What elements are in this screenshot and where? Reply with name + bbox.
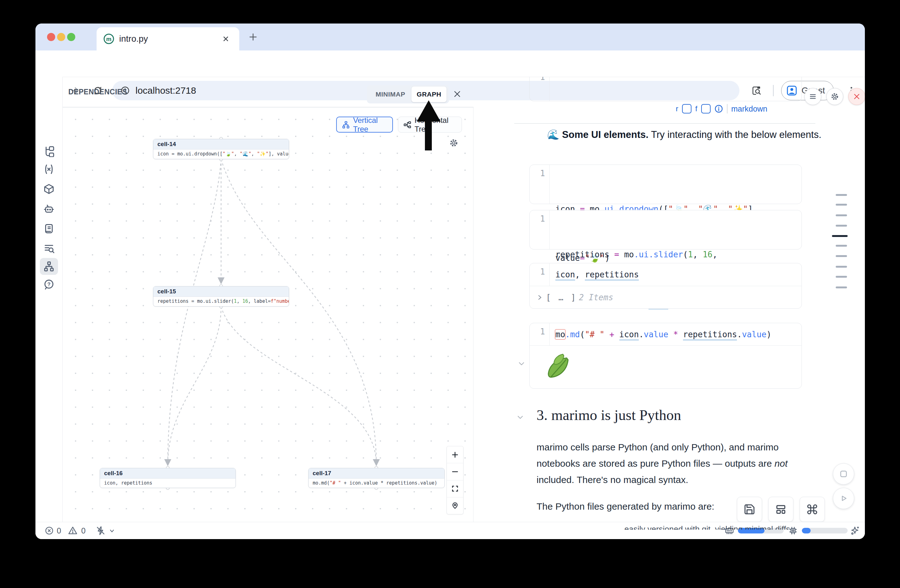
run-all-button[interactable] (833, 488, 854, 509)
leaf-emoji-output (542, 351, 572, 381)
close-icon (853, 93, 861, 100)
error-count: 0 (57, 526, 61, 535)
stop-icon (839, 469, 848, 479)
output-ellipsis: … (554, 293, 568, 302)
panel-close-icon[interactable] (453, 90, 461, 98)
minimap-dash[interactable] (836, 255, 847, 257)
graph-edges (63, 107, 473, 522)
graph-node-cell-17[interactable]: cell-17 mo.md("# " + icon.value * repeti… (308, 468, 445, 488)
vertical-tree-label: Vertical Tree (353, 116, 387, 133)
zoom-out-button[interactable] (447, 463, 463, 480)
layout-icon (775, 503, 787, 515)
md-output: 🌊 Some UI elements. Try interacting with… (547, 129, 821, 141)
search-icon[interactable] (43, 243, 54, 254)
warnings-icon[interactable] (68, 526, 78, 535)
md-cell-footer: r f markdown (529, 102, 802, 115)
new-tab-icon[interactable] (248, 32, 258, 42)
errors-icon[interactable] (45, 526, 54, 535)
fit-view-button[interactable] (447, 481, 463, 497)
center-node-button[interactable] (447, 497, 463, 514)
footer-divider (727, 104, 728, 113)
ai-assistant-icon[interactable] (43, 203, 54, 214)
layout-button[interactable] (768, 497, 793, 522)
tab-close-icon[interactable] (221, 34, 231, 44)
ai-sparkle-icon[interactable] (849, 525, 860, 536)
code-cell-slider[interactable]: 1 repetitions = mo.ui.slider(1, 16, labe… (529, 210, 802, 249)
play-icon (838, 494, 849, 503)
cell-info-icon[interactable] (714, 104, 723, 113)
node-title: cell-16 (100, 468, 236, 479)
window-close-button[interactable] (47, 33, 55, 41)
window-zoom-button[interactable] (67, 33, 75, 41)
graph-zoom-controls (447, 446, 464, 514)
code-line: repetitions = mo.ui.slider(1, 16, (556, 246, 722, 263)
reactive-toggle[interactable] (682, 104, 692, 113)
stop-kernel-button[interactable] (833, 463, 854, 484)
collapse-section-icon[interactable] (516, 413, 524, 421)
minimap-dash[interactable] (836, 245, 847, 247)
clipped-list-item: easily versioned with git, yielding mini… (624, 525, 819, 530)
packages-icon[interactable] (43, 183, 54, 195)
variables-icon[interactable] (43, 164, 54, 175)
notebook-settings-button[interactable] (826, 88, 843, 105)
graph-settings-icon[interactable] (449, 139, 458, 147)
md-source-line1: **🌊 Some UI elements.** Try interacting … (556, 99, 785, 101)
graph-node-cell-16[interactable]: cell-16 icon, repetitions (100, 468, 236, 488)
expand-output-icon[interactable] (537, 294, 543, 300)
code-cell-tuple[interactable]: 1 icon, repetitions [ … ] 2 Items (529, 263, 802, 309)
browser-tab[interactable]: m intro.py (96, 27, 239, 51)
vertical-tree-button[interactable]: Vertical Tree (336, 117, 393, 133)
minimap-dash[interactable] (836, 266, 847, 268)
minimap-dash[interactable] (836, 214, 847, 216)
minimap-dash[interactable] (836, 286, 847, 288)
browser-toolbar: localhost:2718 Guest (36, 51, 865, 77)
collapse-output-icon[interactable] (517, 359, 526, 368)
code-cell-md[interactable]: 1 mo.md("# " + icon.value * repetitions.… (529, 323, 802, 388)
svg-text:?: ? (47, 282, 51, 287)
tuple-output-row[interactable]: [ … ] 2 Items (530, 286, 802, 308)
shortcuts-button[interactable] (800, 497, 825, 522)
screenshot-stage: m intro.py (0, 0, 900, 588)
file-tree-icon[interactable] (43, 146, 54, 157)
documentation-icon[interactable] (43, 223, 54, 234)
window-minimize-button[interactable] (57, 33, 65, 41)
zoom-in-button[interactable] (447, 446, 463, 463)
line-number: 1 (530, 165, 550, 204)
node-title: cell-17 (309, 468, 444, 479)
vertical-tree-icon (342, 121, 350, 129)
graph-node-cell-14[interactable]: cell-14 icon = mo.ui.dropdown(["🍃", "🌊",… (153, 139, 289, 159)
help-icon[interactable]: ? (43, 279, 54, 290)
node-code: mo.md("# " + icon.value * repetitions.va… (309, 479, 444, 488)
autorun-disabled-icon[interactable] (96, 526, 106, 535)
cell-language-label[interactable]: markdown (731, 104, 767, 113)
menu-icon (809, 93, 817, 101)
save-button[interactable] (737, 497, 762, 522)
shutdown-button[interactable] (848, 88, 865, 105)
save-icon (743, 503, 756, 515)
node-title: cell-14 (154, 139, 289, 150)
minimap-dash-active[interactable] (832, 235, 848, 237)
annotation-arrow-pointing-at-graph-tab (413, 99, 445, 152)
minimap-dash[interactable] (836, 204, 847, 206)
format-toggle-label: f (695, 104, 697, 113)
line-number: 1 (530, 323, 550, 345)
chevron-down-icon[interactable] (109, 528, 115, 534)
svg-text:m: m (106, 36, 112, 42)
minimap-dash[interactable] (836, 276, 847, 278)
output-bracket-open: [ (546, 293, 551, 302)
node-code: icon = mo.ui.dropdown(["🍃", "🌊", "✨"], v… (154, 150, 289, 159)
md-source-cell[interactable]: 1 **🌊 Some UI elements.** Try interactin… (529, 77, 802, 101)
dependency-graph-icon[interactable] (43, 261, 54, 272)
dependency-graph-canvas[interactable]: cell-14 icon = mo.ui.dropdown(["🍃", "🌊",… (63, 107, 473, 522)
minimap-dash[interactable] (836, 194, 847, 196)
output-item-count: 2 Items (579, 293, 613, 302)
marimo-sidebar: ? (36, 77, 63, 522)
minimap-dash[interactable] (836, 225, 847, 227)
graph-node-cell-15[interactable]: cell-15 repetitions = mo.ui.slider(1, 16… (153, 286, 289, 306)
gear-icon (831, 93, 839, 101)
format-toggle[interactable] (701, 104, 711, 113)
section-heading: 3. marimo is just Python (537, 407, 681, 424)
code-cell-dropdown[interactable]: 1 icon = mo.ui.dropdown(["🍃", "🌊", "✨"],… (529, 164, 802, 204)
tab-minimap[interactable]: MINIMAP (369, 87, 411, 102)
notebook-menu-button[interactable] (804, 88, 821, 105)
